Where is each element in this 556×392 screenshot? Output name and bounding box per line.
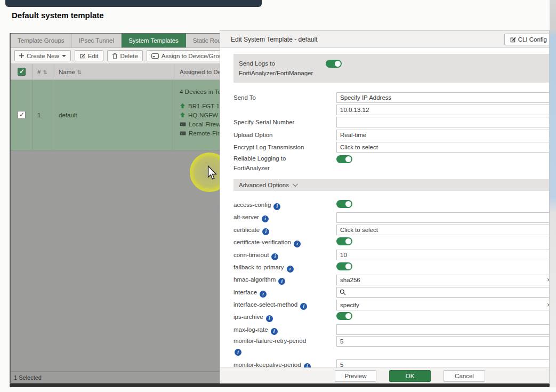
delete-label: Delete xyxy=(120,53,138,59)
info-icon[interactable] xyxy=(304,363,311,367)
monitor-keepalive-period-input[interactable] xyxy=(336,359,549,367)
sort-icon xyxy=(41,69,47,75)
ips-archive-toggle[interactable] xyxy=(336,312,352,320)
ok-button[interactable]: OK xyxy=(389,370,431,382)
info-icon[interactable] xyxy=(266,315,273,322)
info-icon[interactable] xyxy=(278,278,285,285)
selected-count: 1 Selected xyxy=(14,374,42,381)
send-to-select[interactable]: Specify IP Address xyxy=(336,92,549,103)
trash-icon xyxy=(112,53,118,59)
assign-to-device-group-button[interactable]: Assign to Device/Group xyxy=(147,50,231,61)
col-assigned-label: Assigned to Dev xyxy=(180,69,224,75)
upload-option-label: Upload Option xyxy=(233,130,336,140)
row-checkbox-cell xyxy=(11,80,33,150)
preview-button[interactable]: Preview xyxy=(335,370,376,382)
reliable-label: Reliable Logging to FortiAnalyzer xyxy=(233,154,336,173)
field-row-send-to: Send To Specify IP Address xyxy=(233,91,549,103)
monitor-failure-retry-period-input[interactable] xyxy=(336,336,549,347)
cancel-button[interactable]: Cancel xyxy=(444,370,485,382)
tab-system-templates[interactable]: System Templates xyxy=(122,34,186,47)
info-icon[interactable] xyxy=(271,253,278,260)
info-icon[interactable] xyxy=(273,203,280,210)
tab-ipsec-tunnel[interactable]: IPsec Tunnel xyxy=(72,34,122,47)
reliable-logging-toggle[interactable] xyxy=(336,155,352,163)
edit-system-template-modal: Edit System Template - default CLI Confi… xyxy=(220,30,550,384)
field-label: monitor-failure-retry-period xyxy=(233,338,306,344)
field-row-monitor-failure-retry-period: monitor-failure-retry-period xyxy=(233,336,549,358)
advanced-options-header[interactable]: Advanced Options xyxy=(233,179,549,191)
edit-button[interactable]: Edit xyxy=(75,50,103,61)
access-config-toggle[interactable] xyxy=(336,200,352,208)
field-row-hmac-algorithm: hmac-algorithm sha256 xyxy=(233,274,549,286)
field-row-monitor-keepalive-period: monitor-keepalive-period xyxy=(233,359,549,367)
serial-number-input[interactable] xyxy=(336,117,549,127)
clear-icon[interactable] xyxy=(547,301,549,309)
field-label: max-log-rate xyxy=(233,326,268,333)
certificate-select[interactable]: Click to select xyxy=(336,225,549,235)
field-row-encrypt: Encrypt Log Transmission Click to select xyxy=(233,141,549,154)
edit-icon xyxy=(510,36,516,43)
upload-option-select[interactable]: Real-time xyxy=(336,130,549,140)
tab-template-groups[interactable]: Template Groups xyxy=(11,34,72,47)
send-logs-line2: FortiAnalyzer/FortiManager xyxy=(239,68,326,78)
field-label: interface xyxy=(233,289,257,295)
info-icon[interactable] xyxy=(271,328,278,335)
modal-title: Edit System Template - default xyxy=(231,36,318,43)
delete-button[interactable]: Delete xyxy=(107,50,143,61)
row-checkbox[interactable] xyxy=(18,111,26,119)
info-icon[interactable] xyxy=(294,241,301,247)
top-window-edge xyxy=(5,0,262,7)
header-checkbox-cell xyxy=(11,64,33,79)
alt-server-input[interactable] xyxy=(336,212,549,223)
field-row-serial: Specify Serial Number xyxy=(233,116,549,129)
field-row-max-log-rate: max-log-rate xyxy=(233,324,549,336)
advanced-options-label: Advanced Options xyxy=(239,182,289,188)
device-icon xyxy=(151,53,159,59)
clear-icon[interactable] xyxy=(547,276,549,284)
device-icon xyxy=(180,131,186,135)
header-num[interactable]: # xyxy=(33,64,53,79)
device-icon xyxy=(180,122,186,126)
send-logs-toggle[interactable] xyxy=(326,60,342,68)
list-item: BR1-FGT-1 xyxy=(180,101,220,110)
modal-header: Edit System Template - default CLI Confi… xyxy=(220,31,549,48)
max-log-rate-input[interactable] xyxy=(336,324,549,335)
cli-config-button[interactable]: CLI Config xyxy=(504,34,550,45)
certificate-verification-toggle[interactable] xyxy=(336,237,352,245)
send-logs-section: Send Logs to FortiAnalyzer/FortiManager xyxy=(233,54,549,83)
info-icon[interactable] xyxy=(262,215,269,222)
info-icon[interactable] xyxy=(287,266,294,273)
list-item: Local-Firewal xyxy=(180,119,225,129)
field-row-conn-timeout: conn-timeout xyxy=(233,249,549,261)
info-icon[interactable] xyxy=(300,303,307,310)
row-name-cell: default xyxy=(53,80,174,150)
serial-label: Specify Serial Number xyxy=(233,117,336,127)
chevron-down-icon xyxy=(62,55,66,57)
field-row-alt-server: alt-server xyxy=(233,211,549,223)
send-to-label: Send To xyxy=(233,93,336,102)
col-name-label: Name xyxy=(59,69,75,75)
create-new-button[interactable]: Create New xyxy=(14,50,71,61)
header-name[interactable]: Name xyxy=(53,64,174,79)
select-all-checkbox[interactable] xyxy=(18,68,26,76)
field-row-certificate-verification: certificate-verification xyxy=(233,236,549,249)
conn-timeout-input[interactable] xyxy=(336,250,549,260)
field-row-ip xyxy=(233,103,549,116)
field-label: fallback-to-primary xyxy=(233,264,284,270)
page-title: Default system template xyxy=(12,11,104,20)
fallback-to-primary-toggle[interactable] xyxy=(336,262,352,270)
interface-select-method-select[interactable]: specify xyxy=(336,300,549,310)
right-edge-strip xyxy=(550,0,556,387)
encrypt-select[interactable]: Click to select xyxy=(336,142,549,153)
modal-body: Send Logs to FortiAnalyzer/FortiManager … xyxy=(220,48,549,367)
row-num-cell: 1 xyxy=(33,80,53,150)
hmac-algorithm-select[interactable]: sha256 xyxy=(336,275,549,285)
ip-address-input[interactable] xyxy=(336,105,549,115)
field-row-interface: interface xyxy=(233,286,549,299)
info-icon[interactable] xyxy=(260,291,267,298)
info-icon[interactable] xyxy=(235,349,241,356)
panel-splitter-handle[interactable] xyxy=(217,205,220,213)
device-name: BR1-FGT-1 xyxy=(188,103,220,109)
info-icon[interactable] xyxy=(262,228,269,235)
interface-search-input[interactable] xyxy=(336,287,549,298)
